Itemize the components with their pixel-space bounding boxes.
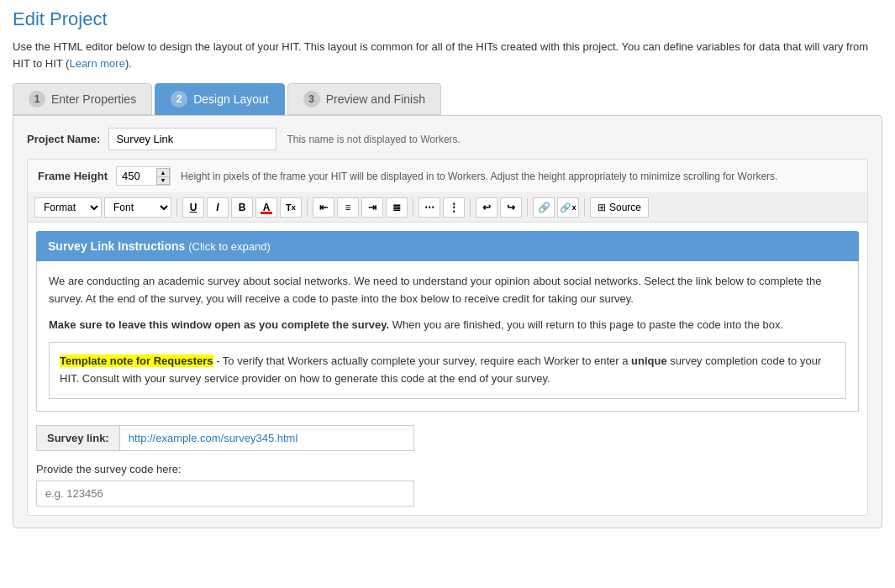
tab-num-2: 2 [171,91,187,108]
main-panel: Project Name: This name is not displayed… [13,115,882,528]
tab-bar: 1 Enter Properties 2 Design Layout 3 Pre… [13,83,882,115]
align-center-button[interactable]: ≡ [337,197,359,218]
clear-format-button[interactable]: Tx [280,197,302,218]
undo-button[interactable]: ↩ [476,197,498,218]
frame-height-row: Frame Height ▲ ▼ Height in pixels of the… [28,160,867,193]
font-color-button[interactable]: A [255,197,277,218]
survey-link-row: Survey link: http://example.com/survey34… [36,425,414,451]
tab-preview-finish-label: Preview and Finish [326,92,425,106]
editor-area: Frame Height ▲ ▼ Height in pixels of the… [27,159,868,516]
toolbar-sep-2 [307,198,308,217]
survey-link-value: http://example.com/survey345.html [120,426,307,450]
toolbar-sep-4 [470,198,471,217]
tab-num-3: 3 [303,91,320,108]
toolbar-sep-5 [527,198,528,217]
frame-height-hint: Height in pixels of the frame your HIT w… [181,171,777,182]
template-note-highlight: Template note for Requesters [60,354,213,367]
tab-enter-properties-label: Enter Properties [51,92,136,106]
provide-code-label: Provide the survey code here: [36,463,859,475]
insert-link-button[interactable]: 🔗 [533,197,555,218]
frame-height-spinner: ▲ ▼ [156,168,170,185]
frame-height-label: Frame Height [38,170,108,182]
frame-height-up[interactable]: ▲ [156,168,170,176]
survey-paragraph-2-rest: When you are finished, you will return t… [389,318,783,331]
survey-paragraph-2-bold: Make sure to leave this window open as y… [49,318,389,331]
tab-enter-properties[interactable]: 1 Enter Properties [13,83,152,115]
template-note-unique: unique [631,354,667,367]
survey-body: We are conducting an academic survey abo… [36,261,859,412]
survey-paragraph-2: Make sure to leave this window open as y… [49,317,846,334]
survey-header-title: Survey Link Instructions [48,239,185,253]
redo-button[interactable]: ↪ [500,197,522,218]
remove-link-button[interactable]: 🔗x [557,197,579,218]
frame-height-down[interactable]: ▼ [156,176,170,185]
toolbar: Format Font U I B A Tx ⇤ ≡ ⇥ ≣ ⋯ ⋮ ↩ ↪ 🔗… [28,193,867,223]
font-select[interactable]: Font [104,197,171,218]
source-button[interactable]: ⊞ Source [590,197,649,218]
template-note-box: Template note for Requesters - To verify… [49,342,846,399]
format-select[interactable]: Format [34,197,102,218]
toolbar-sep-6 [584,198,585,217]
italic-button[interactable]: I [207,197,229,218]
project-name-row: Project Name: This name is not displayed… [27,128,868,150]
survey-header[interactable]: Survey Link Instructions (Click to expan… [36,231,859,261]
provide-code-input[interactable] [36,480,414,507]
survey-link-label: Survey link: [37,426,120,450]
survey-link-area: Survey link: http://example.com/survey34… [36,425,859,507]
learn-more-link[interactable]: Learn more [69,57,124,70]
toolbar-sep-1 [176,198,177,217]
bold-button[interactable]: B [231,197,253,218]
tab-design-layout-label: Design Layout [193,92,269,106]
tab-num-1: 1 [29,91,45,108]
source-label: Source [609,202,641,213]
page-title: Edit Project [13,8,882,30]
align-left-button[interactable]: ⇤ [313,197,334,218]
project-name-hint: This name is not displayed to Workers. [287,134,461,145]
project-name-input[interactable] [108,128,276,150]
align-right-button[interactable]: ⇥ [361,197,383,218]
unordered-list-button[interactable]: ⋮ [443,197,465,218]
tab-design-layout[interactable]: 2 Design Layout [155,83,285,115]
justify-button[interactable]: ≣ [386,197,408,218]
underline-button[interactable]: U [182,197,204,218]
frame-height-input-wrap: ▲ ▼ [116,166,171,186]
source-icon: ⊞ [598,202,606,213]
survey-paragraph-1: We are conducting an academic survey abo… [49,273,846,308]
ordered-list-button[interactable]: ⋯ [419,197,440,218]
survey-expand-hint: (Click to expand) [188,240,271,253]
template-note-rest: - To verify that Workers actually comple… [213,354,632,367]
toolbar-sep-3 [413,198,413,217]
tab-preview-finish[interactable]: 3 Preview and Finish [287,83,441,115]
project-name-label: Project Name: [27,133,100,145]
description: Use the HTML editor below to design the … [13,39,882,71]
editor-content: Survey Link Instructions (Click to expan… [28,223,867,515]
